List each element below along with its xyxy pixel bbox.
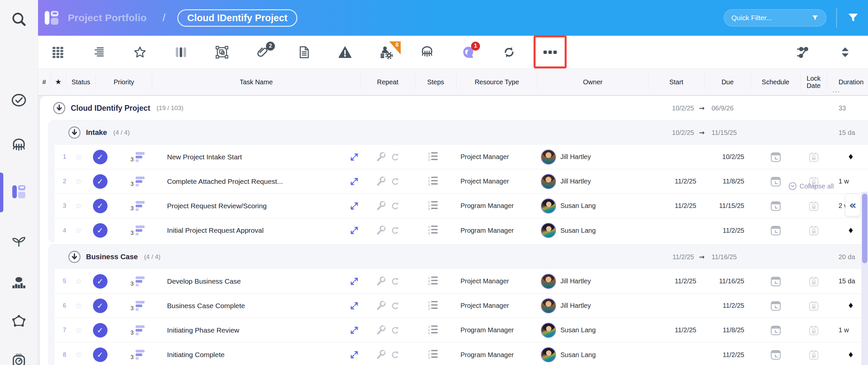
collapse-all-button[interactable]: Collapse all xyxy=(788,182,834,191)
task-name-cell[interactable]: Initiating Phase Review xyxy=(154,325,361,335)
task-status-cell[interactable]: ✓ xyxy=(86,299,114,313)
polygon-network-icon[interactable] xyxy=(9,312,28,331)
start-date-cell[interactable]: 11/2/25 xyxy=(648,277,705,285)
priority-indicator[interactable]: 3 xyxy=(114,350,154,360)
priority-indicator[interactable]: 3 xyxy=(114,325,154,335)
search-icon[interactable] xyxy=(9,10,28,28)
repeat-tools-icon[interactable] xyxy=(361,151,415,163)
lock-date-icon[interactable] xyxy=(801,276,827,287)
expand-task-icon[interactable] xyxy=(349,201,359,211)
resource-type-cell[interactable]: Project Manager xyxy=(457,153,537,161)
outline-view-icon[interactable] xyxy=(92,45,106,60)
dashboard-jellyfish-icon[interactable] xyxy=(420,45,434,60)
portfolio-icon[interactable] xyxy=(9,182,28,201)
task-name-cell[interactable]: New Project Intake Start xyxy=(154,152,361,162)
status-done-icon[interactable]: ✓ xyxy=(93,347,107,362)
star-toggle-icon[interactable]: ☆ xyxy=(71,177,86,186)
group-row[interactable]: Business Case(4 / 4)11/2/25→11/16/2520 d… xyxy=(48,245,868,269)
plant-icon[interactable] xyxy=(9,231,28,250)
repeat-tools-icon[interactable] xyxy=(361,300,415,312)
task-row[interactable]: 5☆✓3Develop Business Case123Project Mana… xyxy=(55,269,868,294)
star-toggle-icon[interactable]: ☆ xyxy=(71,326,86,335)
owner-cell[interactable]: Susan Lang xyxy=(537,223,648,238)
col-header-due[interactable]: Due xyxy=(705,73,751,91)
project-title-pill[interactable]: Cloud IDentify Project xyxy=(177,9,298,27)
expand-task-icon[interactable] xyxy=(349,152,359,162)
collapse-panel-button[interactable]: « xyxy=(845,194,860,216)
steps-list-icon[interactable]: 123 xyxy=(415,151,457,163)
owner-cell[interactable]: Jill Hartley xyxy=(537,274,648,289)
check-circle-icon[interactable] xyxy=(9,91,28,109)
task-row[interactable]: 3☆✓3Project Request Review/Scoring123Pro… xyxy=(55,194,868,218)
expand-task-icon[interactable] xyxy=(349,276,359,286)
col-header-repeat[interactable]: Repeat xyxy=(361,73,415,91)
timer-icon[interactable] xyxy=(9,351,28,365)
alerts-warning-icon[interactable] xyxy=(338,45,352,60)
star-toggle-icon[interactable]: ☆ xyxy=(71,226,86,235)
task-name-cell[interactable]: Project Request Review/Scoring xyxy=(154,201,361,211)
star-toggle-icon[interactable]: ☆ xyxy=(71,350,86,359)
col-header-priority[interactable]: Priority xyxy=(96,73,152,91)
due-date-cell[interactable]: 11/2/25 xyxy=(705,351,751,359)
resource-type-cell[interactable]: Project Manager xyxy=(457,177,537,185)
star-toggle-icon[interactable]: ☆ xyxy=(71,301,86,310)
resource-type-cell[interactable]: Program Manager xyxy=(457,351,537,359)
schedule-calendar-icon[interactable] xyxy=(751,152,801,163)
project-row[interactable]: Cloud IDentify Project(19 / 103)10/2/25→… xyxy=(40,96,868,120)
owner-cell[interactable]: Susan Lang xyxy=(537,347,648,362)
steps-list-icon[interactable]: 123 xyxy=(415,275,457,287)
portfolio-breadcrumb-label[interactable]: Project Portfolio xyxy=(68,12,147,24)
resource-type-cell[interactable]: Program Manager xyxy=(457,326,537,334)
repeat-tools-icon[interactable] xyxy=(361,324,415,336)
resource-type-cell[interactable]: Program Manager xyxy=(457,227,537,234)
expand-task-icon[interactable] xyxy=(349,301,359,311)
duration-cell[interactable]: ♦ xyxy=(827,153,868,161)
status-done-icon[interactable]: ✓ xyxy=(93,323,107,338)
attachments-paperclip-icon[interactable]: 2 xyxy=(256,45,270,60)
col-header-schedule[interactable]: Schedule xyxy=(751,73,801,91)
steps-list-icon[interactable]: 123 xyxy=(415,225,457,236)
status-done-icon[interactable]: ✓ xyxy=(93,199,107,213)
col-header-star[interactable]: ★ xyxy=(51,73,66,91)
col-header-status[interactable]: Status xyxy=(66,73,96,91)
dependency-lines-icon[interactable] xyxy=(796,45,810,60)
due-date-cell[interactable]: 11/15/25 xyxy=(705,202,751,210)
more-ellipsis-icon[interactable] xyxy=(543,45,557,60)
task-status-cell[interactable]: ✓ xyxy=(86,274,114,289)
owner-cell[interactable]: Jill Hartley xyxy=(537,298,648,313)
sort-arrows-icon[interactable] xyxy=(838,45,852,60)
priority-indicator[interactable]: 3 xyxy=(114,226,154,235)
lock-date-icon[interactable] xyxy=(801,349,827,360)
col-header-lock-date[interactable]: Lock Date xyxy=(801,73,827,91)
task-name-cell[interactable]: Initiating Complete xyxy=(154,350,361,360)
expand-task-icon[interactable] xyxy=(349,325,359,335)
repeat-tools-icon[interactable] xyxy=(361,275,415,287)
start-date-cell[interactable]: 11/2/25 xyxy=(648,177,705,185)
due-date-cell[interactable]: 11/16/25 xyxy=(705,277,751,285)
priority-indicator[interactable]: 3 xyxy=(114,176,154,187)
task-row[interactable]: 7☆✓3Initiating Phase Review123Program Ma… xyxy=(55,318,868,342)
task-status-cell[interactable]: ✓ xyxy=(86,347,114,362)
task-status-cell[interactable]: ✓ xyxy=(86,223,114,238)
due-date-cell[interactable]: 10/2/25 xyxy=(705,153,751,161)
lock-date-icon[interactable] xyxy=(801,325,827,336)
expand-task-icon[interactable] xyxy=(349,226,359,235)
status-done-icon[interactable]: ✓ xyxy=(93,223,107,238)
jellyfish-icon[interactable] xyxy=(9,136,28,155)
repeat-tools-icon[interactable] xyxy=(361,349,415,361)
repeat-tools-icon[interactable] xyxy=(361,175,415,188)
col-header-number[interactable]: # xyxy=(38,73,51,91)
star-toggle-icon[interactable]: ☆ xyxy=(71,201,86,210)
col-header-owner[interactable]: Owner xyxy=(537,73,648,91)
schedule-calendar-icon[interactable] xyxy=(751,300,801,311)
notes-document-icon[interactable] xyxy=(297,45,311,60)
col-header-task-name[interactable]: Task Name xyxy=(152,73,361,91)
resource-admin-icon[interactable]: 8 xyxy=(379,45,393,60)
status-done-icon[interactable]: ✓ xyxy=(93,150,107,164)
task-status-cell[interactable]: ✓ xyxy=(86,199,114,213)
priority-indicator[interactable]: 3 xyxy=(114,201,154,211)
filter-icon[interactable] xyxy=(847,11,859,24)
task-row[interactable]: 6☆✓3Business Case Complete123Project Man… xyxy=(55,294,868,318)
resource-type-cell[interactable]: Project Manager xyxy=(457,302,537,309)
grid-view-icon[interactable] xyxy=(51,45,65,60)
